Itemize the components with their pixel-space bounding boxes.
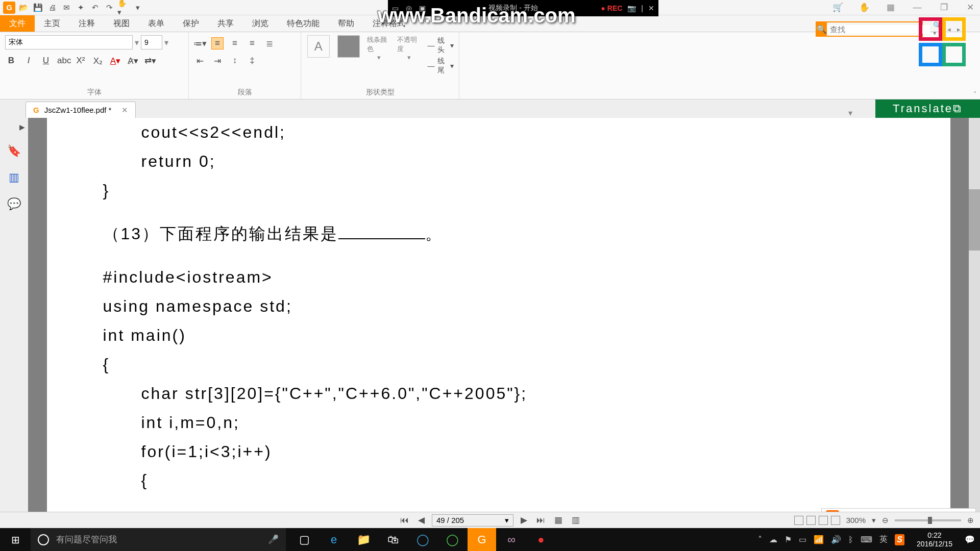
undo-icon[interactable]: ↶ xyxy=(89,2,101,14)
tray-bluetooth-icon[interactable]: ᛒ xyxy=(848,535,853,544)
new-icon[interactable]: ✦ xyxy=(75,2,87,14)
mail-icon[interactable]: ✉ xyxy=(60,2,72,14)
next-page-button[interactable]: ▶ xyxy=(519,515,529,525)
line-color-button[interactable]: 线条颜色▾ xyxy=(367,35,391,61)
explorer-app-icon[interactable]: 📁 xyxy=(349,528,378,551)
layout-mode-buttons[interactable] xyxy=(794,516,840,525)
underline-button[interactable]: U xyxy=(40,56,52,66)
open-icon[interactable]: 📂 xyxy=(17,2,30,14)
tray-overflow-icon[interactable]: ˄ xyxy=(758,535,762,544)
recorder-app-icon[interactable]: ● xyxy=(527,528,555,551)
ribbon-collapse-icon[interactable]: ˄ xyxy=(973,90,977,98)
subscript-button[interactable]: X₂ xyxy=(92,56,104,66)
panel-expand-icon[interactable]: ▶ xyxy=(19,123,25,131)
ribbon-toggle-icon[interactable]: ▦ xyxy=(885,2,896,13)
tray-wifi-icon[interactable]: 📶 xyxy=(814,535,824,544)
line-head-option[interactable]: — 线头 ▾ xyxy=(427,35,454,56)
last-page-button[interactable]: ⏭ xyxy=(534,515,547,525)
cortana-search[interactable]: 有问题尽管问我 🎤 xyxy=(31,528,286,551)
bookmarks-icon[interactable]: 🔖 xyxy=(7,144,21,158)
bandicam-rec-button[interactable]: REC xyxy=(601,4,622,12)
close-button[interactable]: ✕ xyxy=(965,2,976,13)
restore-button[interactable]: ❐ xyxy=(938,2,949,13)
bandicam-window-icon[interactable]: ▣ xyxy=(419,4,426,12)
bold-button[interactable]: B xyxy=(5,56,17,66)
qa-dropdown-icon[interactable]: ▾ xyxy=(132,2,144,14)
char-spacing-button[interactable]: ⇄▾ xyxy=(144,56,156,66)
tray-ime-lang[interactable]: 英 xyxy=(879,534,888,545)
tray-sogou-icon[interactable]: S xyxy=(895,534,904,545)
indent-increase-button[interactable]: ⇥ xyxy=(211,55,224,67)
hand-tool-icon[interactable]: ✋ xyxy=(859,2,870,13)
zoom-in-button[interactable]: ⊕ xyxy=(967,516,974,525)
menu-file[interactable]: 文件 xyxy=(0,15,35,32)
font-color-button[interactable]: A▾ xyxy=(109,56,121,66)
line-tail-option[interactable]: — 线尾 ▾ xyxy=(427,56,454,76)
menu-protect[interactable]: 保护 xyxy=(174,15,208,32)
tray-display-icon[interactable]: ▭ xyxy=(799,535,806,544)
bandicam-camera-icon[interactable]: 📷 xyxy=(627,4,636,12)
zoom-slider[interactable] xyxy=(895,519,961,521)
superscript-button[interactable]: X² xyxy=(75,56,87,66)
font-size-dropdown-icon[interactable]: ▾ xyxy=(164,38,168,47)
translate-button[interactable]: Translate ⧉ xyxy=(875,99,980,118)
comments-icon[interactable]: 💬 xyxy=(7,197,21,211)
bandicam-screen-icon[interactable]: ▭ xyxy=(392,4,399,12)
vs-app-icon[interactable]: ∞ xyxy=(497,528,526,551)
italic-button[interactable]: I xyxy=(22,56,35,66)
document-tab[interactable]: G JscZw1-10flee.pdf * ✕ xyxy=(26,102,136,118)
shape-style-b[interactable] xyxy=(336,35,360,60)
line-spacing-button[interactable]: ‡ xyxy=(246,55,258,67)
menu-share[interactable]: 共享 xyxy=(208,15,243,32)
action-center-icon[interactable]: 💬 xyxy=(965,535,975,544)
hand-icon[interactable]: ✋▾ xyxy=(117,2,130,14)
first-page-button[interactable]: ⏮ xyxy=(398,515,411,525)
text-direction-button[interactable]: ↕ xyxy=(229,55,241,67)
start-button[interactable]: ⊞ xyxy=(0,534,31,546)
bandicam-close-icon[interactable]: ✕ xyxy=(648,4,654,12)
strikethrough-button[interactable]: abc xyxy=(57,56,69,66)
menu-home[interactable]: 主页 xyxy=(35,15,69,32)
zoom-out-button[interactable]: ⊖ xyxy=(882,516,889,525)
print-icon[interactable]: 🖨 xyxy=(46,2,58,14)
align-justify-button[interactable]: ≣ xyxy=(263,37,276,49)
tray-keyboard-icon[interactable]: ⌨ xyxy=(861,535,872,544)
opacity-button[interactable]: 不透明度▾ xyxy=(397,35,421,61)
pages-icon[interactable]: ▥ xyxy=(9,171,19,184)
menu-features[interactable]: 特色功能 xyxy=(278,15,329,32)
tab-close-icon[interactable]: ✕ xyxy=(121,106,128,115)
clear-format-button[interactable]: A̷▾ xyxy=(127,56,139,66)
cortana-mic-icon[interactable]: 🎤 xyxy=(268,534,279,545)
store-app-icon[interactable]: 🛍 xyxy=(379,528,407,551)
search-icon[interactable]: 🔍 xyxy=(817,22,827,36)
bullet-list-button[interactable]: ≔▾ xyxy=(194,37,206,49)
font-size-input[interactable] xyxy=(141,35,162,49)
task-view-button[interactable]: ▢ xyxy=(290,528,318,551)
view-mode-2-icon[interactable]: ▥ xyxy=(570,515,582,525)
zoom-level[interactable]: 300% xyxy=(846,516,866,524)
font-name-dropdown-icon[interactable]: ▾ xyxy=(135,38,139,47)
search-input[interactable] xyxy=(827,25,930,34)
save-icon[interactable]: 💾 xyxy=(32,2,44,14)
indent-decrease-button[interactable]: ⇤ xyxy=(194,55,206,67)
redo-icon[interactable]: ↷ xyxy=(103,2,115,14)
page-number-field[interactable]: 49 / 205▾ xyxy=(432,514,513,527)
view-mode-1-icon[interactable]: ▦ xyxy=(552,515,565,525)
app-green-icon[interactable]: ◯ xyxy=(438,528,467,551)
menu-view[interactable]: 视图 xyxy=(104,15,139,32)
prev-page-button[interactable]: ◀ xyxy=(416,515,427,525)
foxit-app-icon[interactable]: G xyxy=(468,528,496,551)
vertical-scrollbar[interactable] xyxy=(969,118,980,528)
align-right-button[interactable]: ≡ xyxy=(246,37,258,49)
cart-icon[interactable]: 🛒 xyxy=(832,2,843,13)
align-center-button[interactable]: ≡ xyxy=(229,37,241,49)
menu-annot-format[interactable]: 注释格式 xyxy=(363,15,414,32)
shape-style-a[interactable]: A xyxy=(306,35,330,60)
tray-onedrive-icon[interactable]: ☁ xyxy=(769,535,777,544)
taskbar-clock[interactable]: 0:222016/12/15 xyxy=(912,531,958,548)
tray-flag-icon[interactable]: ⚑ xyxy=(785,535,792,544)
page-viewport[interactable]: cout<<s2<<endl; return 0; } （13）下面程序的输出结… xyxy=(28,118,969,528)
menu-form[interactable]: 表单 xyxy=(139,15,174,32)
align-left-button[interactable]: ≡ xyxy=(211,37,224,49)
tray-volume-icon[interactable]: 🔊 xyxy=(831,535,841,544)
